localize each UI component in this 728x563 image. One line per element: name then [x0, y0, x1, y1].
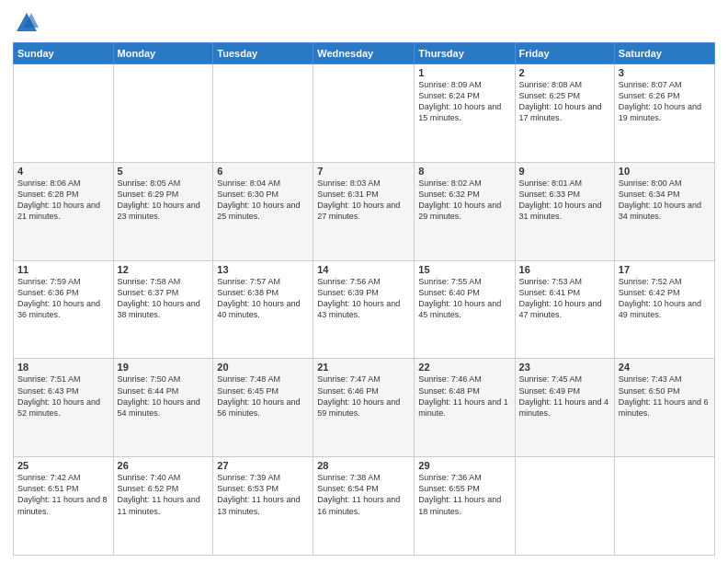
day-info: Sunrise: 7:59 AM Sunset: 6:36 PM Dayligh…: [17, 276, 109, 321]
day-number: 9: [519, 166, 610, 177]
day-number: 13: [217, 264, 309, 275]
day-info: Sunrise: 7:46 AM Sunset: 6:48 PM Dayligh…: [418, 373, 510, 419]
day-info: Sunrise: 7:50 AM Sunset: 6:44 PM Dayligh…: [118, 373, 210, 419]
calendar-cell: 26Sunrise: 7:40 AM Sunset: 6:52 PM Dayli…: [113, 457, 213, 556]
calendar-week-2: 4Sunrise: 8:06 AM Sunset: 6:28 PM Daylig…: [14, 162, 715, 260]
day-info: Sunrise: 7:48 AM Sunset: 6:45 PM Dayligh…: [217, 373, 309, 419]
day-info: Sunrise: 8:07 AM Sunset: 6:26 PM Dayligh…: [619, 79, 711, 124]
calendar-cell: 12Sunrise: 7:58 AM Sunset: 6:37 PM Dayli…: [113, 260, 213, 359]
day-number: 24: [619, 362, 711, 373]
day-number: 17: [619, 264, 711, 275]
day-info: Sunrise: 7:57 AM Sunset: 6:38 PM Dayligh…: [217, 276, 309, 321]
day-info: Sunrise: 8:06 AM Sunset: 6:28 PM Dayligh…: [17, 178, 109, 223]
day-number: 28: [317, 460, 410, 471]
logo-icon: [13, 9, 40, 37]
day-number: 1: [418, 67, 510, 78]
day-number: 4: [17, 166, 109, 177]
calendar-cell: [515, 457, 614, 556]
day-info: Sunrise: 8:00 AM Sunset: 6:34 PM Dayligh…: [619, 178, 711, 223]
calendar-cell: 10Sunrise: 8:00 AM Sunset: 6:34 PM Dayli…: [614, 162, 714, 260]
weekday-header-tuesday: Tuesday: [213, 43, 313, 64]
day-number: 20: [217, 362, 309, 373]
header: [13, 9, 715, 37]
calendar-table: SundayMondayTuesdayWednesdayThursdayFrid…: [13, 42, 715, 556]
day-number: 21: [317, 362, 410, 373]
calendar-cell: 7Sunrise: 8:03 AM Sunset: 6:31 PM Daylig…: [313, 162, 415, 260]
calendar-cell: 4Sunrise: 8:06 AM Sunset: 6:28 PM Daylig…: [14, 162, 114, 260]
calendar-cell: 25Sunrise: 7:42 AM Sunset: 6:51 PM Dayli…: [14, 457, 114, 556]
day-info: Sunrise: 8:04 AM Sunset: 6:30 PM Dayligh…: [217, 178, 309, 223]
day-info: Sunrise: 8:08 AM Sunset: 6:25 PM Dayligh…: [519, 79, 610, 124]
calendar-cell: 8Sunrise: 8:02 AM Sunset: 6:32 PM Daylig…: [415, 162, 515, 260]
day-info: Sunrise: 7:51 AM Sunset: 6:43 PM Dayligh…: [17, 373, 109, 419]
calendar-cell: 21Sunrise: 7:47 AM Sunset: 6:46 PM Dayli…: [313, 359, 415, 457]
day-number: 27: [217, 460, 309, 471]
weekday-header-row: SundayMondayTuesdayWednesdayThursdayFrid…: [14, 43, 715, 64]
calendar-week-3: 11Sunrise: 7:59 AM Sunset: 6:36 PM Dayli…: [14, 260, 715, 359]
calendar-header: SundayMondayTuesdayWednesdayThursdayFrid…: [14, 43, 715, 64]
calendar-cell: 16Sunrise: 7:53 AM Sunset: 6:41 PM Dayli…: [515, 260, 614, 359]
day-number: 16: [519, 264, 610, 275]
day-info: Sunrise: 7:42 AM Sunset: 6:51 PM Dayligh…: [17, 472, 109, 517]
calendar-cell: 2Sunrise: 8:08 AM Sunset: 6:25 PM Daylig…: [515, 64, 614, 163]
day-number: 15: [418, 264, 510, 275]
weekday-header-saturday: Saturday: [614, 43, 714, 64]
day-number: 3: [619, 67, 711, 78]
calendar-cell: 9Sunrise: 8:01 AM Sunset: 6:33 PM Daylig…: [515, 162, 614, 260]
day-number: 18: [17, 362, 109, 373]
day-number: 8: [418, 166, 510, 177]
logo: [13, 9, 42, 37]
calendar-cell: [313, 64, 415, 163]
day-number: 14: [317, 264, 410, 275]
calendar-week-4: 18Sunrise: 7:51 AM Sunset: 6:43 PM Dayli…: [14, 359, 715, 457]
weekday-header-friday: Friday: [515, 43, 614, 64]
day-number: 6: [217, 166, 309, 177]
day-info: Sunrise: 7:56 AM Sunset: 6:39 PM Dayligh…: [317, 276, 410, 321]
calendar-cell: 28Sunrise: 7:38 AM Sunset: 6:54 PM Dayli…: [313, 457, 415, 556]
calendar-cell: 3Sunrise: 8:07 AM Sunset: 6:26 PM Daylig…: [614, 64, 714, 163]
day-info: Sunrise: 7:52 AM Sunset: 6:42 PM Dayligh…: [619, 276, 711, 321]
day-info: Sunrise: 7:58 AM Sunset: 6:37 PM Dayligh…: [118, 276, 210, 321]
calendar-cell: 29Sunrise: 7:36 AM Sunset: 6:55 PM Dayli…: [415, 457, 515, 556]
calendar-cell: 14Sunrise: 7:56 AM Sunset: 6:39 PM Dayli…: [313, 260, 415, 359]
page: SundayMondayTuesdayWednesdayThursdayFrid…: [0, 0, 728, 563]
calendar-cell: 11Sunrise: 7:59 AM Sunset: 6:36 PM Dayli…: [14, 260, 114, 359]
day-number: 22: [418, 362, 510, 373]
calendar-cell: 23Sunrise: 7:45 AM Sunset: 6:49 PM Dayli…: [515, 359, 614, 457]
weekday-header-wednesday: Wednesday: [313, 43, 415, 64]
day-info: Sunrise: 7:38 AM Sunset: 6:54 PM Dayligh…: [317, 472, 410, 517]
day-number: 11: [17, 264, 109, 275]
day-info: Sunrise: 8:05 AM Sunset: 6:29 PM Dayligh…: [118, 178, 210, 223]
day-number: 26: [118, 460, 210, 471]
calendar-cell: 27Sunrise: 7:39 AM Sunset: 6:53 PM Dayli…: [213, 457, 313, 556]
calendar-cell: 22Sunrise: 7:46 AM Sunset: 6:48 PM Dayli…: [415, 359, 515, 457]
day-info: Sunrise: 7:47 AM Sunset: 6:46 PM Dayligh…: [317, 373, 410, 419]
day-info: Sunrise: 8:09 AM Sunset: 6:24 PM Dayligh…: [418, 79, 510, 124]
day-info: Sunrise: 8:03 AM Sunset: 6:31 PM Dayligh…: [317, 178, 410, 223]
calendar-week-1: 1Sunrise: 8:09 AM Sunset: 6:24 PM Daylig…: [14, 64, 715, 163]
calendar-cell: 20Sunrise: 7:48 AM Sunset: 6:45 PM Dayli…: [213, 359, 313, 457]
day-number: 25: [17, 460, 109, 471]
weekday-header-monday: Monday: [113, 43, 213, 64]
calendar-cell: 18Sunrise: 7:51 AM Sunset: 6:43 PM Dayli…: [14, 359, 114, 457]
day-info: Sunrise: 7:40 AM Sunset: 6:52 PM Dayligh…: [118, 472, 210, 517]
calendar-cell: [614, 457, 714, 556]
day-number: 2: [519, 67, 610, 78]
day-number: 19: [118, 362, 210, 373]
calendar-cell: [113, 64, 213, 163]
day-info: Sunrise: 8:02 AM Sunset: 6:32 PM Dayligh…: [418, 178, 510, 223]
calendar-cell: 24Sunrise: 7:43 AM Sunset: 6:50 PM Dayli…: [614, 359, 714, 457]
day-info: Sunrise: 8:01 AM Sunset: 6:33 PM Dayligh…: [519, 178, 610, 223]
calendar-cell: 1Sunrise: 8:09 AM Sunset: 6:24 PM Daylig…: [415, 64, 515, 163]
day-info: Sunrise: 7:55 AM Sunset: 6:40 PM Dayligh…: [418, 276, 510, 321]
day-info: Sunrise: 7:43 AM Sunset: 6:50 PM Dayligh…: [619, 373, 711, 419]
calendar-cell: [14, 64, 114, 163]
day-number: 10: [619, 166, 711, 177]
calendar-cell: [213, 64, 313, 163]
day-info: Sunrise: 7:39 AM Sunset: 6:53 PM Dayligh…: [217, 472, 309, 517]
calendar-cell: 15Sunrise: 7:55 AM Sunset: 6:40 PM Dayli…: [415, 260, 515, 359]
day-number: 5: [118, 166, 210, 177]
day-number: 7: [317, 166, 410, 177]
calendar-cell: 19Sunrise: 7:50 AM Sunset: 6:44 PM Dayli…: [113, 359, 213, 457]
weekday-header-sunday: Sunday: [14, 43, 114, 64]
